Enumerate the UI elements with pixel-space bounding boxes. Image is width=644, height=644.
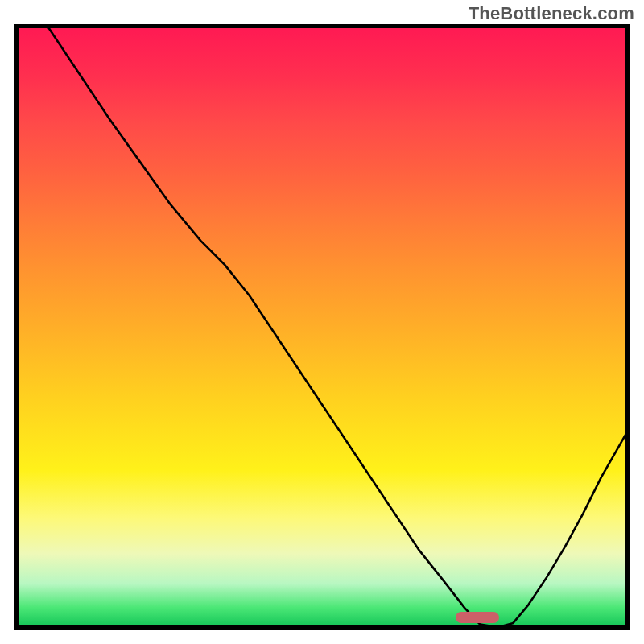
chart-container: TheBottleneck.com — [0, 0, 644, 644]
bottleneck-curve — [19, 28, 625, 630]
watermark-label: TheBottleneck.com — [469, 3, 634, 24]
plot-frame — [14, 24, 630, 630]
optimal-marker-pill — [456, 612, 499, 623]
